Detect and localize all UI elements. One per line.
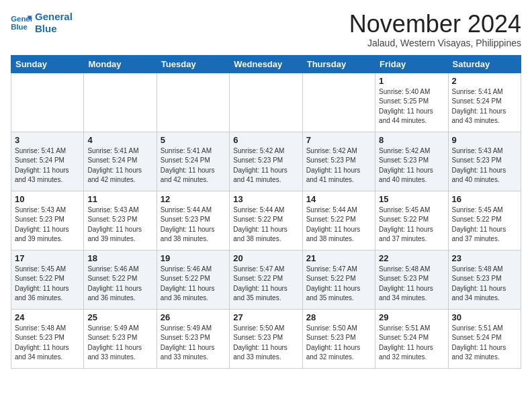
day-info: Sunrise: 5:40 AM Sunset: 5:25 PM Dayligh… [379, 87, 444, 126]
svg-text:Blue: Blue [11, 23, 28, 31]
day-info: Sunrise: 5:50 AM Sunset: 5:23 PM Dayligh… [306, 324, 371, 363]
calendar-cell: 22Sunrise: 5:48 AM Sunset: 5:23 PM Dayli… [375, 250, 448, 309]
day-info: Sunrise: 5:47 AM Sunset: 5:22 PM Dayligh… [306, 265, 371, 304]
day-number: 19 [161, 253, 226, 263]
day-info: Sunrise: 5:51 AM Sunset: 5:24 PM Dayligh… [452, 324, 517, 363]
day-number: 23 [452, 253, 517, 263]
day-info: Sunrise: 5:46 AM Sunset: 5:22 PM Dayligh… [87, 265, 152, 304]
day-info: Sunrise: 5:48 AM Sunset: 5:23 PM Dayligh… [379, 265, 444, 304]
day-info: Sunrise: 5:45 AM Sunset: 5:22 PM Dayligh… [15, 265, 80, 304]
calendar-cell: 11Sunrise: 5:43 AM Sunset: 5:23 PM Dayli… [84, 191, 157, 250]
calendar-cell [84, 73, 157, 132]
day-info: Sunrise: 5:48 AM Sunset: 5:23 PM Dayligh… [15, 324, 80, 363]
weekday-header-sunday: Sunday [11, 55, 84, 73]
calendar-week-2: 3Sunrise: 5:41 AM Sunset: 5:24 PM Daylig… [11, 132, 521, 191]
calendar-cell: 13Sunrise: 5:44 AM Sunset: 5:22 PM Dayli… [230, 191, 302, 250]
calendar-body: 1Sunrise: 5:40 AM Sunset: 5:25 PM Daylig… [11, 73, 521, 368]
day-number: 28 [306, 312, 371, 322]
calendar-cell: 25Sunrise: 5:49 AM Sunset: 5:23 PM Dayli… [84, 309, 157, 368]
calendar-cell: 28Sunrise: 5:50 AM Sunset: 5:23 PM Dayli… [302, 309, 375, 368]
weekday-header-tuesday: Tuesday [157, 55, 229, 73]
day-info: Sunrise: 5:48 AM Sunset: 5:23 PM Dayligh… [452, 265, 517, 304]
weekday-header-thursday: Thursday [302, 55, 375, 73]
calendar-cell: 5Sunrise: 5:41 AM Sunset: 5:24 PM Daylig… [157, 132, 229, 191]
day-number: 24 [15, 312, 80, 322]
day-number: 2 [452, 76, 517, 86]
day-number: 13 [233, 194, 298, 204]
day-number: 27 [233, 312, 298, 322]
day-number: 1 [379, 76, 444, 86]
calendar-cell [157, 73, 229, 132]
location-subtitle: Jalaud, Western Visayas, Philippines [349, 38, 521, 48]
day-info: Sunrise: 5:49 AM Sunset: 5:23 PM Dayligh… [87, 324, 152, 363]
day-info: Sunrise: 5:42 AM Sunset: 5:23 PM Dayligh… [233, 146, 298, 185]
calendar-cell: 1Sunrise: 5:40 AM Sunset: 5:25 PM Daylig… [375, 73, 448, 132]
calendar-cell: 27Sunrise: 5:50 AM Sunset: 5:23 PM Dayli… [230, 309, 302, 368]
day-info: Sunrise: 5:43 AM Sunset: 5:23 PM Dayligh… [15, 205, 80, 244]
day-number: 16 [452, 194, 517, 204]
day-info: Sunrise: 5:44 AM Sunset: 5:22 PM Dayligh… [233, 205, 298, 244]
calendar-cell: 15Sunrise: 5:45 AM Sunset: 5:22 PM Dayli… [375, 191, 448, 250]
day-number: 3 [15, 135, 80, 145]
logo: General Blue General Blue [11, 11, 73, 35]
day-info: Sunrise: 5:45 AM Sunset: 5:22 PM Dayligh… [379, 205, 444, 244]
calendar-cell: 17Sunrise: 5:45 AM Sunset: 5:22 PM Dayli… [11, 250, 84, 309]
day-info: Sunrise: 5:44 AM Sunset: 5:22 PM Dayligh… [306, 205, 371, 244]
calendar-table: SundayMondayTuesdayWednesdayThursdayFrid… [11, 55, 521, 369]
day-info: Sunrise: 5:42 AM Sunset: 5:23 PM Dayligh… [306, 146, 371, 185]
weekday-header-saturday: Saturday [448, 55, 521, 73]
calendar-cell: 20Sunrise: 5:47 AM Sunset: 5:22 PM Dayli… [230, 250, 302, 309]
day-info: Sunrise: 5:41 AM Sunset: 5:24 PM Dayligh… [87, 146, 152, 185]
page-header: General Blue General Blue November 2024 … [11, 11, 521, 48]
day-number: 29 [379, 312, 444, 322]
calendar-cell: 24Sunrise: 5:48 AM Sunset: 5:23 PM Dayli… [11, 309, 84, 368]
calendar-cell: 3Sunrise: 5:41 AM Sunset: 5:24 PM Daylig… [11, 132, 84, 191]
calendar-cell: 19Sunrise: 5:46 AM Sunset: 5:22 PM Dayli… [157, 250, 229, 309]
day-number: 17 [15, 253, 80, 263]
day-number: 18 [87, 253, 152, 263]
day-info: Sunrise: 5:41 AM Sunset: 5:24 PM Dayligh… [452, 87, 517, 126]
calendar-cell: 2Sunrise: 5:41 AM Sunset: 5:24 PM Daylig… [448, 73, 521, 132]
calendar-cell [302, 73, 375, 132]
calendar-cell [230, 73, 302, 132]
calendar-header: SundayMondayTuesdayWednesdayThursdayFrid… [11, 55, 521, 73]
logo-icon: General Blue [11, 13, 32, 32]
day-info: Sunrise: 5:41 AM Sunset: 5:24 PM Dayligh… [15, 146, 80, 185]
day-number: 22 [379, 253, 444, 263]
day-number: 9 [452, 135, 517, 145]
calendar-cell [11, 73, 84, 132]
day-number: 14 [306, 194, 371, 204]
day-info: Sunrise: 5:41 AM Sunset: 5:24 PM Dayligh… [161, 146, 226, 185]
day-number: 5 [161, 135, 226, 145]
day-info: Sunrise: 5:43 AM Sunset: 5:23 PM Dayligh… [452, 146, 517, 185]
calendar-cell: 12Sunrise: 5:44 AM Sunset: 5:23 PM Dayli… [157, 191, 229, 250]
calendar-cell: 26Sunrise: 5:49 AM Sunset: 5:23 PM Dayli… [157, 309, 229, 368]
day-number: 7 [306, 135, 371, 145]
calendar-cell: 6Sunrise: 5:42 AM Sunset: 5:23 PM Daylig… [230, 132, 302, 191]
calendar-cell: 10Sunrise: 5:43 AM Sunset: 5:23 PM Dayli… [11, 191, 84, 250]
day-number: 25 [87, 312, 152, 322]
calendar-cell: 21Sunrise: 5:47 AM Sunset: 5:22 PM Dayli… [302, 250, 375, 309]
calendar-week-5: 24Sunrise: 5:48 AM Sunset: 5:23 PM Dayli… [11, 309, 521, 368]
calendar-cell: 14Sunrise: 5:44 AM Sunset: 5:22 PM Dayli… [302, 191, 375, 250]
calendar-week-3: 10Sunrise: 5:43 AM Sunset: 5:23 PM Dayli… [11, 191, 521, 250]
day-info: Sunrise: 5:51 AM Sunset: 5:24 PM Dayligh… [379, 324, 444, 363]
calendar-week-4: 17Sunrise: 5:45 AM Sunset: 5:22 PM Dayli… [11, 250, 521, 309]
day-info: Sunrise: 5:45 AM Sunset: 5:22 PM Dayligh… [452, 205, 517, 244]
month-year-title: November 2024 [349, 11, 521, 38]
logo-text: General Blue [35, 11, 73, 35]
calendar-cell: 8Sunrise: 5:42 AM Sunset: 5:23 PM Daylig… [375, 132, 448, 191]
day-number: 6 [233, 135, 298, 145]
calendar-cell: 29Sunrise: 5:51 AM Sunset: 5:24 PM Dayli… [375, 309, 448, 368]
day-info: Sunrise: 5:47 AM Sunset: 5:22 PM Dayligh… [233, 265, 298, 304]
day-number: 12 [161, 194, 226, 204]
day-info: Sunrise: 5:46 AM Sunset: 5:22 PM Dayligh… [161, 265, 226, 304]
title-block: November 2024 Jalaud, Western Visayas, P… [349, 11, 521, 48]
day-number: 8 [379, 135, 444, 145]
day-info: Sunrise: 5:50 AM Sunset: 5:23 PM Dayligh… [233, 324, 298, 363]
day-number: 26 [161, 312, 226, 322]
day-info: Sunrise: 5:43 AM Sunset: 5:23 PM Dayligh… [87, 205, 152, 244]
day-info: Sunrise: 5:42 AM Sunset: 5:23 PM Dayligh… [379, 146, 444, 185]
weekday-header-friday: Friday [375, 55, 448, 73]
weekday-header-row: SundayMondayTuesdayWednesdayThursdayFrid… [11, 55, 521, 73]
